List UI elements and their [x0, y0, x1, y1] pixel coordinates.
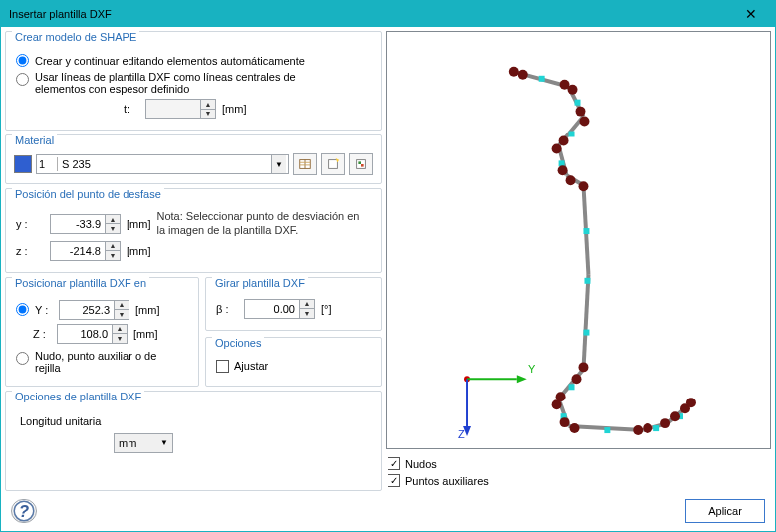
chevron-down-icon[interactable]: ▼: [160, 438, 168, 447]
group-options-title: Opciones: [212, 337, 264, 349]
t-spinner: ▲▼: [145, 99, 216, 119]
offset-y-spinner[interactable]: ▲▼: [50, 214, 121, 234]
radio-position-yz[interactable]: [16, 303, 29, 316]
checkbox-auxpoints[interactable]: ✓: [388, 474, 400, 487]
svg-point-42: [566, 175, 576, 185]
svg-rect-26: [584, 278, 590, 284]
unit-length-select[interactable]: mm ▼: [114, 433, 173, 453]
svg-rect-7: [358, 161, 361, 164]
svg-rect-22: [575, 100, 581, 106]
material-number: 1: [39, 158, 53, 170]
material-edit-button[interactable]: [349, 153, 373, 175]
rotate-unit: [°]: [321, 303, 332, 315]
svg-point-38: [579, 117, 589, 127]
pos-y-up-icon[interactable]: ▲: [115, 301, 129, 311]
t-unit: [mm]: [222, 103, 246, 115]
material-select[interactable]: 1 S 235 ▼: [36, 154, 289, 174]
radio-centerlines-label: Usar líneas de plantilla DXF como líneas…: [35, 71, 324, 95]
t-down-icon: ▼: [201, 110, 215, 119]
pos-z-down-icon[interactable]: ▼: [113, 334, 127, 343]
offset-z-down-icon[interactable]: ▼: [106, 251, 120, 260]
svg-point-37: [576, 107, 586, 117]
apply-button[interactable]: Aplicar: [685, 499, 765, 523]
checkbox-adjust[interactable]: [216, 360, 229, 373]
svg-point-39: [559, 136, 569, 146]
offset-y-down-icon[interactable]: ▼: [106, 224, 120, 233]
svg-point-34: [518, 70, 528, 80]
group-shape: Crear modelo de SHAPE Crear y continuar …: [5, 31, 382, 131]
material-color-swatch[interactable]: [14, 155, 32, 173]
offset-y-up-icon[interactable]: ▲: [106, 215, 120, 225]
svg-point-36: [568, 85, 578, 95]
chevron-down-icon[interactable]: ▼: [271, 155, 286, 173]
group-material: Material 1 S 235 ▼: [5, 134, 382, 184]
svg-point-44: [579, 362, 589, 372]
material-library-button[interactable]: [293, 153, 317, 175]
radio-position-node[interactable]: [16, 352, 29, 365]
svg-point-43: [579, 181, 589, 191]
t-label: t:: [124, 103, 139, 115]
offset-z-input[interactable]: [51, 242, 105, 260]
beta-down-icon[interactable]: ▼: [300, 309, 314, 318]
checkbox-adjust-label: Ajustar: [234, 360, 268, 372]
material-name: S 235: [62, 158, 271, 170]
svg-point-48: [560, 417, 570, 427]
svg-rect-21: [539, 76, 545, 82]
group-position-title: Posicionar plantilla DXF en: [12, 277, 149, 289]
svg-point-50: [633, 425, 643, 435]
group-rotate: Girar plantilla DXF β : ▲▼ [°]: [205, 277, 382, 331]
material-new-button[interactable]: [321, 153, 345, 175]
group-offset-title: Posición del punto de desfase: [12, 188, 164, 200]
group-offset: Posición del punto de desfase y : ▲▼ [mm…: [5, 188, 382, 273]
svg-marker-58: [517, 375, 527, 383]
svg-point-52: [660, 418, 670, 428]
close-icon[interactable]: ✕: [735, 6, 767, 22]
svg-rect-28: [569, 384, 575, 390]
radio-auto-elements[interactable]: [16, 54, 29, 67]
position-y-input[interactable]: [60, 301, 114, 319]
svg-point-49: [570, 423, 580, 433]
checkbox-nodes-label: Nudos: [405, 458, 437, 470]
rotate-beta-spinner[interactable]: ▲▼: [244, 299, 315, 319]
offset-y-input[interactable]: [51, 215, 105, 233]
svg-rect-31: [653, 425, 659, 431]
svg-rect-8: [361, 164, 364, 167]
position-z-spinner[interactable]: ▲▼: [57, 324, 128, 344]
checkbox-nodes[interactable]: ✓: [388, 457, 400, 470]
position-y-spinner[interactable]: ▲▼: [59, 300, 129, 320]
offset-z-label: z :: [16, 245, 44, 257]
titlebar: Insertar plantilla DXF ✕: [1, 1, 775, 27]
radio-auto-label: Crear y continuar editando elementos aut…: [35, 55, 305, 67]
radio-centerlines[interactable]: [16, 73, 29, 86]
offset-y-label: y :: [16, 218, 44, 230]
offset-z-up-icon[interactable]: ▲: [106, 242, 120, 252]
svg-text:?: ?: [19, 502, 29, 520]
offset-z-unit: [mm]: [127, 245, 150, 257]
group-material-title: Material: [12, 134, 57, 146]
group-position: Posicionar plantilla DXF en Y : ▲▼ [mm] …: [5, 277, 199, 387]
svg-point-55: [686, 398, 696, 407]
svg-point-40: [552, 143, 562, 153]
svg-rect-23: [569, 132, 575, 137]
material-separator: [57, 157, 58, 171]
svg-point-33: [509, 67, 519, 77]
beta-up-icon[interactable]: ▲: [300, 300, 314, 310]
help-button[interactable]: ?: [11, 499, 37, 523]
svg-line-15: [583, 275, 588, 370]
unit-length-label: Longitud unitaria: [20, 415, 101, 427]
rotate-beta-label: β :: [216, 303, 238, 315]
pos-y-down-icon[interactable]: ▼: [115, 310, 129, 319]
position-y-unit: [mm]: [135, 304, 159, 316]
offset-z-spinner[interactable]: ▲▼: [50, 241, 121, 261]
svg-point-53: [670, 411, 680, 421]
t-input: [146, 100, 200, 118]
position-z-input[interactable]: [58, 325, 112, 343]
offset-y-unit: [mm]: [127, 218, 150, 230]
pos-z-up-icon[interactable]: ▲: [113, 325, 127, 335]
svg-rect-27: [583, 330, 589, 336]
rotate-beta-input[interactable]: [245, 300, 299, 318]
group-rotate-title: Girar plantilla DXF: [212, 277, 308, 289]
svg-point-45: [572, 374, 582, 384]
apply-button-label: Aplicar: [708, 505, 742, 517]
dxf-preview[interactable]: Y Z: [386, 31, 771, 449]
